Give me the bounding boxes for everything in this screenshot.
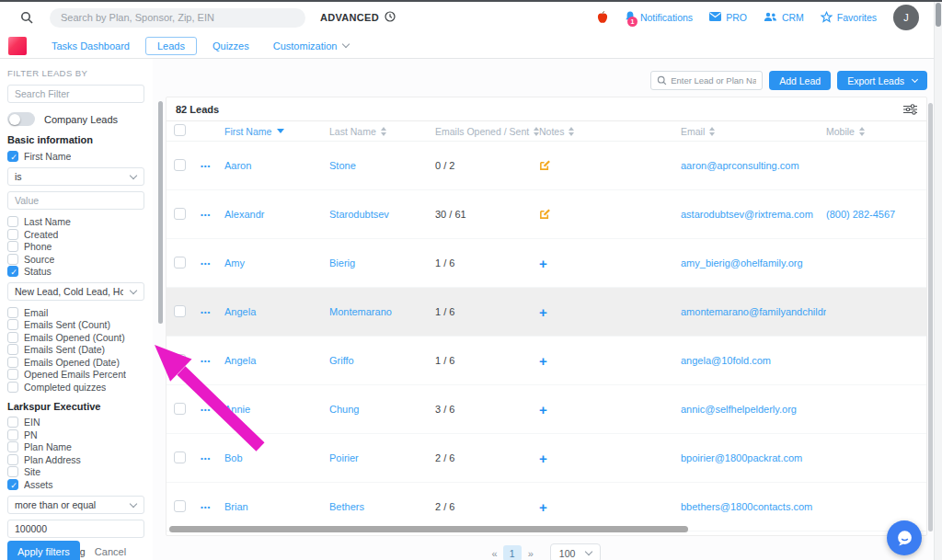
row-checkbox[interactable]: [174, 208, 186, 220]
page-size-select[interactable]: 100: [550, 543, 602, 560]
edit-note-icon[interactable]: [539, 159, 551, 171]
add-note-icon[interactable]: +: [539, 257, 547, 270]
global-search-input[interactable]: [50, 8, 305, 28]
export-leads-button[interactable]: Export Leads: [837, 71, 927, 90]
last-name-link[interactable]: Montemarano: [329, 306, 435, 317]
row-checkbox[interactable]: [174, 159, 186, 171]
row-checkbox[interactable]: [174, 403, 186, 415]
filter-checkbox-row[interactable]: Created: [7, 228, 144, 241]
row-checkbox[interactable]: [174, 257, 186, 269]
table-row[interactable]: •••AaronStone0 / 2aaron@aprconsulting.co…: [167, 142, 926, 190]
filter-checkbox-assets[interactable]: Assets: [7, 478, 144, 491]
filter-checkbox-row[interactable]: EIN: [7, 417, 144, 429]
last-name-link[interactable]: Chung: [329, 404, 435, 415]
mobile-link[interactable]: (800) 282-4567: [826, 209, 926, 220]
select-all-checkbox[interactable]: [174, 124, 186, 136]
crm-button[interactable]: CRM: [764, 12, 804, 24]
table-row[interactable]: •••AmyBierig1 / 6+amy_bierig@ohelfamily.…: [167, 239, 926, 288]
last-name-link[interactable]: Stone: [329, 160, 435, 171]
first-name-link[interactable]: Angela: [224, 355, 329, 366]
filter-checkbox-row[interactable]: PN: [7, 429, 144, 441]
filter-checkbox-row[interactable]: Emails Opened (Count): [7, 331, 144, 344]
table-row[interactable]: •••AlexandrStarodubtsev30 / 61astarodubt…: [167, 190, 926, 239]
filter-checkbox-row[interactable]: Plan Name: [7, 441, 144, 454]
table-options-icon[interactable]: [903, 104, 917, 115]
column-header-first-name[interactable]: First Name: [224, 126, 329, 137]
email-link[interactable]: amontemarano@familyandchildrens.org: [681, 306, 826, 317]
edit-note-icon[interactable]: [539, 208, 551, 220]
filter-checkbox-row[interactable]: Emails Sent (Count): [7, 319, 144, 332]
email-link[interactable]: angela@10fold.com: [681, 355, 771, 366]
avatar[interactable]: J: [893, 5, 919, 30]
row-actions-button[interactable]: •••: [201, 259, 224, 268]
tab-leads[interactable]: Leads: [145, 37, 197, 55]
filter-checkbox-row[interactable]: Plan Address: [7, 453, 144, 466]
row-actions-button[interactable]: •••: [201, 211, 224, 219]
table-row[interactable]: •••AngelaMontemarano1 / 6+amontemarano@f…: [167, 288, 926, 337]
table-row[interactable]: •••AngelaGriffo1 / 6+angela@10fold.com: [167, 337, 926, 385]
notifications-button[interactable]: 1 Notifications: [625, 11, 693, 25]
lead-search-input[interactable]: [671, 75, 756, 86]
assets-operator-select[interactable]: more than or equal: [7, 496, 144, 514]
first-name-link[interactable]: Amy: [224, 257, 329, 269]
first-name-link[interactable]: Angela: [224, 306, 329, 317]
add-note-icon[interactable]: +: [539, 500, 547, 514]
email-link[interactable]: bpoirier@1800packrat.com: [681, 452, 802, 463]
column-header-notes[interactable]: Notes: [539, 126, 681, 137]
chat-widget-button[interactable]: [887, 520, 922, 555]
row-actions-button[interactable]: •••: [201, 503, 224, 511]
favorites-button[interactable]: Favorites: [821, 11, 877, 25]
row-checkbox[interactable]: [174, 305, 186, 317]
first-name-link[interactable]: Aaron: [224, 160, 329, 171]
last-name-link[interactable]: Bierig: [329, 257, 435, 269]
filter-checkbox-row[interactable]: Source: [7, 253, 144, 266]
add-note-icon[interactable]: +: [539, 354, 547, 368]
column-header-last-name[interactable]: Last Name: [329, 126, 435, 137]
browser-scrollbar-thumb[interactable]: [936, 3, 941, 27]
app-logo[interactable]: [8, 37, 27, 55]
previous-page-button[interactable]: «: [492, 548, 497, 559]
row-actions-button[interactable]: •••: [201, 357, 224, 365]
column-header-email[interactable]: Email: [681, 126, 826, 137]
filter-checkbox-row[interactable]: Emails Opened (Date): [7, 356, 144, 369]
row-actions-button[interactable]: •••: [201, 162, 224, 170]
first-name-link[interactable]: Annie: [224, 404, 329, 415]
first-name-link[interactable]: Alexandr: [224, 209, 329, 220]
filter-checkbox-row[interactable]: Opened Emails Percent: [7, 369, 144, 382]
status-value-select[interactable]: New Lead, Cold Lead, Hot Lead, ...: [7, 282, 144, 301]
apply-filters-button[interactable]: Apply filters: [7, 541, 80, 560]
last-name-link[interactable]: Griffo: [329, 355, 435, 366]
filter-checkbox-first-name[interactable]: First Name: [7, 150, 144, 163]
filter-checkbox-row[interactable]: Phone: [7, 241, 144, 254]
filter-checkbox-row[interactable]: Email: [7, 306, 144, 319]
column-header-mobile[interactable]: Mobile: [826, 126, 926, 137]
last-name-link[interactable]: Bethers: [329, 501, 435, 512]
browser-scrollbar[interactable]: [934, 0, 942, 560]
email-link[interactable]: annic@selfhelpelderly.org: [681, 404, 797, 415]
horizontal-scrollbar[interactable]: [169, 526, 688, 532]
filter-checkbox-row[interactable]: Site: [7, 466, 144, 479]
last-name-link[interactable]: Starodubtsev: [329, 209, 435, 220]
row-checkbox[interactable]: [174, 451, 186, 463]
row-checkbox[interactable]: [174, 500, 186, 512]
add-note-icon[interactable]: +: [539, 451, 547, 465]
filter-checkbox-row[interactable]: Completed quizzes: [7, 381, 144, 394]
email-link[interactable]: amy_bierig@ohelfamily.org: [681, 257, 803, 269]
row-actions-button[interactable]: •••: [201, 406, 224, 414]
add-lead-button[interactable]: Add Lead: [769, 71, 831, 90]
table-row[interactable]: •••BrianBethers2 / 6+bbethers@1800contac…: [167, 483, 926, 531]
add-note-icon[interactable]: +: [539, 403, 547, 417]
email-link[interactable]: astarodubtsev@rixtrema.com: [681, 209, 813, 220]
last-name-link[interactable]: Poirier: [329, 452, 435, 463]
company-leads-toggle-row[interactable]: Company Leads: [7, 112, 144, 126]
row-actions-button[interactable]: •••: [201, 308, 224, 316]
apple-icon[interactable]: [597, 11, 608, 24]
row-checkbox[interactable]: [174, 354, 186, 366]
cancel-button[interactable]: Cancel: [95, 546, 126, 557]
next-page-button[interactable]: »: [528, 548, 533, 559]
table-row[interactable]: •••BobPoirier2 / 6+bpoirier@1800packrat.…: [167, 434, 926, 483]
current-page-button[interactable]: 1: [503, 545, 522, 560]
filter-search-input[interactable]: [7, 85, 144, 103]
column-header-emails-opened-sent[interactable]: Emails Opened / Sent: [435, 126, 539, 137]
sidebar-scrollbar[interactable]: [158, 101, 163, 324]
